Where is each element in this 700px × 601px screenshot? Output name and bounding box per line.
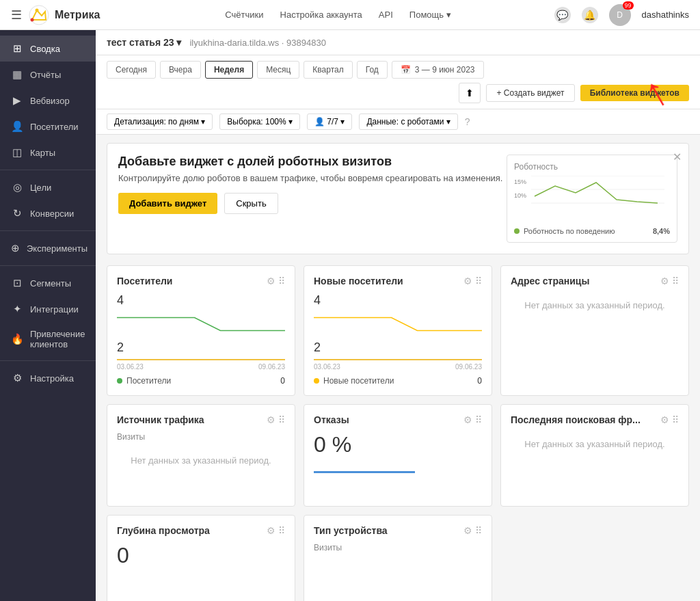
project-selector[interactable]: тест статья 23 ▾: [107, 37, 181, 48]
widget-last-search: Последняя поисковая фр... ⚙ ⠿ Нет данных…: [500, 404, 689, 507]
sidebar-item-integrations[interactable]: ✦ Интеграции: [0, 296, 96, 322]
robot-chart-svg: 15% 10%: [514, 176, 664, 224]
widget-device-type-drag-icon[interactable]: ⠿: [475, 525, 482, 536]
widget-page-address-drag-icon[interactable]: ⠿: [672, 276, 679, 286]
widget-view-depth-title: Глубина просмотра: [117, 525, 210, 536]
sample-select[interactable]: Выборка: 100% ▾: [219, 113, 300, 130]
data-mode-select[interactable]: Данные: с роботами ▾: [359, 113, 457, 130]
sidebar-item-webvisor[interactable]: ▶ Вебвизор: [0, 88, 96, 113]
avatar-initial: D: [617, 10, 623, 20]
period-quarter[interactable]: Квартал: [304, 61, 352, 79]
promo-title: Добавьте виджет с долей роботных визитов: [118, 155, 502, 169]
sidebar-label-reports: Отчёты: [30, 70, 61, 80]
widget-library-button[interactable]: Библиотека виджетов: [580, 85, 689, 101]
widget-device-type: Тип устройства ⚙ ⠿ Визиты: [304, 515, 492, 601]
widget-new-visitors-value-4: 4: [314, 293, 482, 308]
period-week[interactable]: Неделя: [205, 61, 253, 79]
widget-bounces-settings-icon[interactable]: ⚙: [463, 414, 472, 425]
widget-view-depth-settings-icon[interactable]: ⚙: [267, 525, 275, 536]
segment-select[interactable]: 👤 7/7 ▾: [307, 113, 352, 130]
sidebar-item-conversions[interactable]: ↻ Конверсии: [0, 200, 96, 226]
widget-view-depth-actions: ⚙ ⠿: [267, 525, 285, 536]
promo-actions: Добавить виджет Скрыть: [118, 193, 502, 214]
widget-last-search-settings-icon[interactable]: ⚙: [660, 414, 669, 425]
new-visitors-sparkline: [314, 310, 482, 338]
sidebar-item-segments[interactable]: ⊡ Сегменты: [0, 270, 96, 296]
export-button[interactable]: ⬆: [459, 83, 481, 103]
widget-view-depth: Глубина просмотра ⚙ ⠿ 0: [107, 515, 295, 601]
widget-visitors: Посетители ⚙ ⠿ 4 2 03.06.23 09.06.23: [107, 265, 295, 396]
sidebar-item-goals[interactable]: ◎ Цели: [0, 174, 96, 200]
widget-visitors-settings-icon[interactable]: ⚙: [267, 276, 275, 286]
widget-new-visitors-settings-icon[interactable]: ⚙: [463, 276, 472, 286]
widget-traffic-source-settings-icon[interactable]: ⚙: [267, 414, 275, 425]
period-yesterday[interactable]: Вчера: [160, 61, 201, 79]
sidebar-label-acquisition: Привлечение клиентов: [30, 329, 85, 349]
widget-last-search-drag-icon[interactable]: ⠿: [672, 414, 679, 425]
nav-api[interactable]: API: [379, 10, 393, 20]
sidebar-divider-4: [0, 360, 96, 361]
date-range-label: 3 — 9 июн 2023: [415, 65, 475, 75]
project-site: ilyukhina-daria.tilda.ws · 93894830: [189, 38, 325, 48]
sidebar: ⊞ Сводка ▦ Отчёты ▶ Вебвизор 👤 Посетител…: [0, 30, 96, 601]
widget-new-visitors-title: Новые посетители: [314, 276, 403, 286]
widget-page-address: Адрес страницы ⚙ ⠿ Нет данных за указанн…: [500, 265, 689, 396]
nav-help[interactable]: Помощь ▾: [409, 10, 451, 20]
segments-icon: ⊡: [11, 277, 23, 289]
widget-bounces-title: Отказы: [314, 414, 349, 425]
create-widget-button[interactable]: + Создать виджет: [486, 84, 574, 102]
conversions-icon: ↻: [11, 207, 23, 219]
info-icon[interactable]: ?: [465, 116, 470, 127]
segment-icon: 👤: [314, 117, 325, 126]
widget-page-address-title: Адрес страницы: [511, 276, 589, 286]
sidebar-label-maps: Карты: [30, 148, 55, 158]
sidebar-item-acquisition[interactable]: 🔥 Привлечение клиентов: [0, 322, 96, 356]
widget-last-search-actions: ⚙ ⠿: [660, 414, 679, 425]
detail-bar: Детализация: по дням ▾ Выборка: 100% ▾ 👤…: [96, 109, 700, 135]
widget-bounces-drag-icon[interactable]: ⠿: [475, 414, 482, 425]
promo-close-button[interactable]: ✕: [673, 150, 682, 163]
widget-visitors-value-4: 4: [117, 293, 285, 308]
widget-device-type-settings-icon[interactable]: ⚙: [463, 525, 472, 536]
widget-page-address-header: Адрес страницы ⚙ ⠿: [511, 276, 679, 286]
sidebar-item-reports[interactable]: ▦ Отчёты: [0, 62, 96, 88]
nav-counters[interactable]: Счётчики: [225, 10, 263, 20]
widget-device-type-title: Тип устройства: [314, 525, 388, 536]
avatar[interactable]: D 99: [609, 4, 631, 26]
add-widget-button[interactable]: Добавить виджет: [118, 193, 217, 214]
widget-new-visitors: Новые посетители ⚙ ⠿ 4 2 03.06.23 09.0: [304, 265, 492, 396]
sidebar-item-experiments[interactable]: ⊕ Эксперименты: [0, 235, 96, 261]
robot-legend-dot: [514, 228, 520, 234]
widget-traffic-source-actions: ⚙ ⠿: [267, 414, 285, 425]
widget-page-address-settings-icon[interactable]: ⚙: [660, 276, 669, 286]
widget-visitors-actions: ⚙ ⠿: [267, 276, 285, 286]
sidebar-item-settings[interactable]: ⚙ Настройка: [0, 365, 96, 391]
hamburger-menu[interactable]: ☰: [11, 8, 22, 23]
date-range-picker[interactable]: 📅 3 — 9 июн 2023: [392, 61, 484, 79]
nav-right-section: 💬 🔔 D 99 dashathinks: [554, 4, 689, 26]
period-year[interactable]: Год: [357, 61, 388, 79]
experiments-icon: ⊕: [11, 242, 20, 254]
widget-new-visitors-drag-icon[interactable]: ⠿: [475, 276, 482, 286]
widget-traffic-source-drag-icon[interactable]: ⠿: [278, 414, 285, 425]
period-today[interactable]: Сегодня: [107, 61, 156, 79]
sidebar-item-summary[interactable]: ⊞ Сводка: [0, 36, 96, 62]
sidebar-item-visitors[interactable]: 👤 Посетители: [0, 113, 96, 139]
bell-icon[interactable]: 🔔: [582, 7, 598, 23]
widget-view-depth-value: 0: [117, 543, 285, 568]
visitors-dates: 03.06.23 09.06.23: [117, 363, 285, 371]
chat-icon[interactable]: 💬: [554, 7, 571, 23]
widget-visitors-drag-icon[interactable]: ⠿: [278, 276, 285, 286]
detail-period-select[interactable]: Детализация: по дням ▾: [107, 113, 213, 130]
promo-chart-title: Роботность: [514, 162, 670, 172]
sidebar-divider-1: [0, 170, 96, 170]
sidebar-item-maps[interactable]: ◫ Карты: [0, 139, 96, 165]
promo-description: Контролируйте долю роботов в вашем трафи…: [118, 173, 502, 183]
hide-button[interactable]: Скрыть: [224, 193, 278, 214]
nav-account-settings[interactable]: Настройка аккаунта: [280, 10, 362, 20]
promo-chart-legend: Роботность по поведению 8,4%: [514, 227, 670, 235]
widget-page-address-no-data: Нет данных за указанный период.: [511, 300, 679, 310]
sidebar-label-visitors: Посетители: [30, 122, 79, 132]
period-month[interactable]: Месяц: [257, 61, 299, 79]
widget-view-depth-drag-icon[interactable]: ⠿: [278, 525, 285, 536]
